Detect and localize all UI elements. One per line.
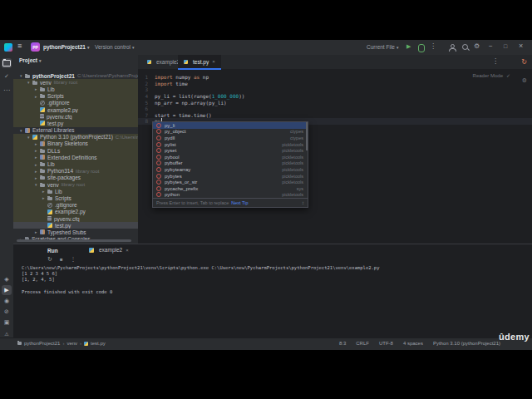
status-widget[interactable]: CRLF	[356, 341, 369, 346]
title-bar: ≡ PP pythonProject21▾ Version control▾ C…	[0, 40, 532, 56]
autocomplete-item[interactable]: python pickletools	[153, 192, 308, 198]
tree-row[interactable]: .gitignore	[13, 202, 138, 209]
more-tools-icon[interactable]: ⋯	[2, 85, 12, 95]
python-console-tool-icon[interactable]: ⊘	[2, 307, 12, 317]
tree-row[interactable]: site-packages	[13, 175, 138, 181]
tree-row[interactable]: pythonProject21 C:\Users\new\PycharmProj…	[13, 72, 138, 79]
tree-row[interactable]: example2.py	[13, 106, 138, 113]
run-button[interactable]: ▶	[406, 43, 411, 50]
autocomplete-item[interactable]: py_object ctypes	[153, 129, 308, 135]
debug-button[interactable]	[418, 44, 425, 52]
close-window-button[interactable]: ×	[519, 42, 523, 50]
status-widgets: 8:3 CRLF UTF-8 4 spaces Python 3.10 (pyt…	[339, 341, 500, 346]
autocomplete-hint: Press Enter to insert, Tab to replace	[156, 200, 229, 205]
autocomplete-item[interactable]: pybytearray pickletools	[153, 166, 308, 173]
rerun-icon[interactable]: ↻	[47, 256, 52, 263]
tree-row[interactable]: Python 3.10 (pythonProject21) C:\Users\n…	[13, 134, 138, 140]
tree-row[interactable]: test.py	[13, 120, 138, 126]
autocomplete-item[interactable]: pybool pickletools	[153, 154, 308, 160]
editor-tab-bar: example2.py test.py × ⋮ ↻	[138, 55, 532, 70]
minimize-window-button[interactable]: −	[489, 42, 493, 50]
breadcrumb-venv[interactable]: venv	[66, 341, 77, 346]
horizontal-scrollbar[interactable]	[17, 239, 131, 242]
project-tool-icon[interactable]	[2, 58, 12, 68]
run-tool-icon[interactable]: ▶	[2, 285, 12, 295]
variable-icon	[156, 192, 161, 197]
tree-item-label: Typeshed Stubs	[47, 229, 86, 235]
code-line: 7start = time.time()	[138, 112, 532, 119]
project-badge[interactable]: PP	[31, 42, 40, 52]
run-config-selector[interactable]: Current File▾	[367, 44, 398, 50]
tree-row[interactable]: Typeshed Stubs	[13, 229, 138, 235]
tree-row[interactable]: Extended Definitions	[13, 154, 138, 160]
tree-row[interactable]: pyvenv.cfg	[13, 215, 138, 222]
structure-tool-icon[interactable]: ◈	[2, 274, 12, 284]
popup-scrollbar[interactable]	[306, 122, 308, 150]
commit-tool-icon[interactable]: ✓	[2, 71, 12, 81]
run-more-options-icon[interactable]: ⋮	[71, 256, 76, 263]
autocomplete-item[interactable]: pybytes_or_str pickletools	[153, 179, 308, 185]
project-selector[interactable]: pythonProject21▾	[43, 44, 89, 50]
tree-item-label: Lib	[55, 189, 62, 195]
breadcrumb-file[interactable]: test.py	[91, 341, 106, 346]
tree-row[interactable]: Lib	[13, 160, 138, 167]
ide-update-icon[interactable]: ↻	[521, 58, 527, 66]
breadcrumb-separator: ›	[62, 341, 64, 346]
autocomplete-item-origin: pickletools	[282, 192, 303, 197]
run-tab[interactable]: example2 ×	[89, 247, 129, 253]
maximize-window-button[interactable]: □	[504, 43, 507, 49]
autocomplete-item[interactable]: pylist pickletools	[153, 141, 308, 148]
tree-row[interactable]: venv library root	[13, 79, 138, 86]
tree-row[interactable]: venv library root	[13, 181, 138, 188]
tree-row[interactable]: DLLs	[13, 147, 138, 154]
autocomplete-item[interactable]: py_li	[153, 122, 308, 129]
autocomplete-item-origin: ctypes	[290, 129, 303, 134]
autocomplete-item-name: pybytearray	[165, 167, 282, 172]
tree-row[interactable]: Binary Skeletons	[13, 140, 138, 147]
tree-row[interactable]: test.py	[13, 222, 138, 229]
tree-row[interactable]: Lib	[13, 188, 138, 195]
tree-row[interactable]: Scripts	[13, 195, 138, 201]
search-everywhere-icon[interactable]	[461, 43, 470, 52]
file-type-icon	[40, 141, 45, 146]
tree-row[interactable]: External Libraries	[13, 127, 138, 134]
autocomplete-item[interactable]: pydll ctypes	[153, 135, 308, 141]
tab-options-icon[interactable]: ⋮	[492, 57, 499, 65]
tab-test[interactable]: test.py ×	[178, 55, 221, 70]
autocomplete-item-name: pylist	[165, 142, 282, 147]
python-packages-tool-icon[interactable]: ◉	[2, 296, 12, 306]
breadcrumb-separator: ›	[80, 341, 81, 346]
autocomplete-item[interactable]: pybuffer pickletools	[153, 160, 308, 167]
tree-row[interactable]: Lib	[13, 86, 138, 92]
next-tip-link[interactable]: Next Tip	[231, 200, 248, 205]
main-menu-icon[interactable]: ≡	[17, 42, 22, 50]
tree-item-label: DLLs	[47, 148, 60, 154]
more-actions-icon[interactable]: ⋮	[430, 42, 436, 50]
autocomplete-item[interactable]: pycache_prefix sys	[153, 185, 308, 192]
terminal-tool-icon[interactable]: ▣	[2, 318, 12, 328]
settings-gear-icon[interactable]: ⚙	[474, 42, 480, 50]
tree-row[interactable]: example2.py	[13, 209, 138, 215]
status-widget[interactable]: UTF-8	[379, 341, 393, 346]
autocomplete-item[interactable]: pybytes pickletools	[153, 173, 308, 180]
project-panel-header[interactable]: Project▾	[19, 57, 42, 63]
up-down-arrows-icon[interactable]: ↕	[302, 200, 304, 205]
version-control-menu[interactable]: Version control▾	[95, 44, 135, 50]
tree-row[interactable]: Python314 library root	[13, 168, 138, 175]
close-tab-icon[interactable]: ×	[212, 59, 215, 64]
stop-icon[interactable]: ■	[60, 257, 63, 262]
status-widget[interactable]: 4 spaces	[403, 341, 423, 346]
tree-row[interactable]: Scripts	[13, 93, 138, 100]
tree-row[interactable]: pyvenv.cfg	[13, 113, 138, 120]
status-widget[interactable]: Python 3.10 (pythonProject21)	[433, 341, 500, 346]
breadcrumb[interactable]: pythonProject21 › venv › test.py	[17, 341, 106, 346]
user-profile-icon[interactable]	[448, 43, 456, 52]
tree-item-label: test.py	[47, 121, 63, 126]
autocomplete-item[interactable]: pyset pickletools	[153, 147, 308, 154]
code-token: py_li = list(range(	[155, 93, 212, 99]
run-console[interactable]: C:\Users\new\PycharmProjects\pythonProje…	[22, 265, 532, 295]
status-widget[interactable]: 8:3	[339, 341, 346, 346]
close-run-tab-icon[interactable]: ×	[126, 248, 129, 253]
tree-row[interactable]: .gitignore	[13, 100, 138, 106]
breadcrumb-project[interactable]: pythonProject21	[24, 341, 60, 346]
